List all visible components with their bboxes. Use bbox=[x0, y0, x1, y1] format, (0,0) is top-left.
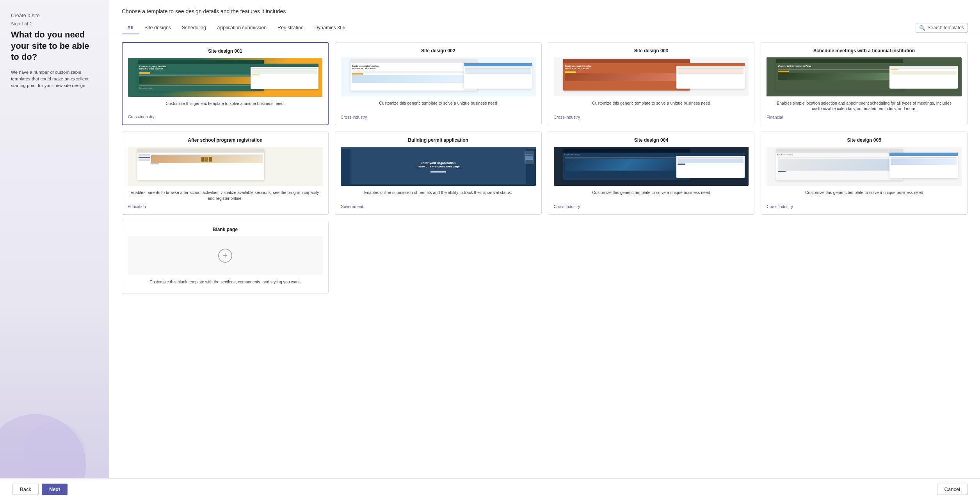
template-tag: Cross-industry bbox=[554, 115, 749, 119]
template-preview: + bbox=[128, 236, 323, 275]
template-card-schedule-meetings[interactable]: Schedule meetings with a financial insti… bbox=[761, 42, 968, 125]
main-content: Choose a template to see design details … bbox=[109, 0, 980, 500]
template-card-title: Site design 001 bbox=[128, 48, 322, 54]
search-box[interactable]: 🔍 Search templates bbox=[916, 23, 968, 33]
template-card-site-design-004[interactable]: Site design 004 Introduction section bbox=[548, 132, 755, 215]
tabs-row: All Site designs Scheduling Application … bbox=[109, 22, 980, 34]
template-preview: Welcome to Green Institution Portal bbox=[767, 57, 962, 96]
template-card-site-design-003[interactable]: Site design 003 Create an engaging headl… bbox=[548, 42, 755, 125]
tab-scheduling[interactable]: Scheduling bbox=[176, 22, 212, 34]
template-description: Customize this generic template to solve… bbox=[128, 101, 322, 111]
template-description: Customize this generic template to solve… bbox=[554, 190, 749, 201]
template-tag: Financial bbox=[767, 115, 962, 119]
template-tag: Education bbox=[128, 204, 323, 209]
template-description: Customize this generic template to solve… bbox=[554, 100, 749, 112]
template-card-after-school[interactable]: After school program registration bbox=[122, 132, 329, 215]
template-description: Enables simple location selection and ap… bbox=[767, 100, 962, 112]
template-tag: Cross-industry bbox=[554, 204, 749, 209]
template-card-blank-page[interactable]: Blank page + Customize this blank templa… bbox=[122, 221, 329, 294]
sidebar-description: We have a number of customizable templat… bbox=[11, 69, 98, 89]
templates-grid: Site design 001 Create an engaging headl… bbox=[122, 42, 968, 294]
next-button[interactable]: Next bbox=[42, 484, 68, 495]
main-header-title: Choose a template to see design details … bbox=[122, 8, 968, 16]
template-card-title: Building permit application bbox=[341, 137, 536, 143]
template-card-title: Site design 004 bbox=[554, 137, 749, 143]
template-preview: Introduction section bbox=[767, 147, 962, 186]
tab-registration[interactable]: Registration bbox=[272, 22, 309, 34]
template-description: Enables online submission of permits and… bbox=[341, 190, 536, 201]
tab-all[interactable]: All bbox=[122, 22, 139, 34]
template-description: Customize this generic template to solve… bbox=[341, 100, 536, 112]
main-header: Choose a template to see design details … bbox=[109, 0, 980, 22]
template-tag: Government bbox=[341, 204, 536, 209]
template-preview: Create an engaging headline,welcome, or … bbox=[554, 57, 749, 96]
template-card-title: Site design 003 bbox=[554, 48, 749, 53]
template-description: Enables parents to browse after school a… bbox=[128, 190, 323, 201]
template-preview: Create an engaging headline,welcome, or … bbox=[128, 58, 322, 97]
template-card-site-design-005[interactable]: Site design 005 Introduction section bbox=[761, 132, 968, 215]
template-preview bbox=[128, 147, 323, 186]
footer-left: Back Next bbox=[12, 484, 68, 495]
template-card-site-design-001[interactable]: Site design 001 Create an engaging headl… bbox=[122, 42, 329, 125]
template-description: Customize this generic template to solve… bbox=[767, 190, 962, 201]
blank-page-plus-icon: + bbox=[218, 249, 232, 263]
template-card-title: Site design 005 bbox=[767, 137, 962, 143]
search-icon: 🔍 bbox=[919, 25, 925, 31]
templates-area: Site design 001 Create an engaging headl… bbox=[109, 34, 980, 500]
back-button[interactable]: Back bbox=[12, 484, 39, 495]
template-tag: Cross-industry bbox=[767, 204, 962, 209]
template-preview: Enter your organizationname or a welcome… bbox=[341, 147, 536, 186]
template-card-title: Schedule meetings with a financial insti… bbox=[767, 48, 962, 53]
template-card-building-permit[interactable]: Building permit application Enter your o… bbox=[335, 132, 542, 215]
search-placeholder: Search templates bbox=[928, 25, 964, 30]
tab-application-submission[interactable]: Application submission bbox=[212, 22, 272, 34]
step-indicator: Step 1 of 2 bbox=[11, 21, 98, 26]
tab-dynamics-365[interactable]: Dynamics 365 bbox=[309, 22, 351, 34]
template-card-title: Site design 002 bbox=[341, 48, 536, 53]
footer: Back Next Cancel bbox=[0, 478, 980, 500]
cancel-button[interactable]: Cancel bbox=[937, 484, 968, 495]
app-title: Create a site bbox=[11, 12, 98, 18]
sidebar-decoration2 bbox=[23, 422, 86, 484]
template-card-title: After school program registration bbox=[128, 137, 323, 143]
template-card-site-design-002[interactable]: Site design 002 Create an engaging headl… bbox=[335, 42, 542, 125]
template-tag: Cross-industry bbox=[128, 114, 322, 119]
template-preview: Introduction section bbox=[554, 147, 749, 186]
template-preview: Create an engaging headline,welcome, or … bbox=[341, 57, 536, 96]
sidebar: Create a site Step 1 of 2 What do you ne… bbox=[0, 0, 109, 500]
sidebar-heading: What do you need your site to be able to… bbox=[11, 29, 98, 63]
tab-site-designs[interactable]: Site designs bbox=[139, 22, 176, 34]
template-card-title: Blank page bbox=[128, 227, 323, 232]
template-tag: Cross-industry bbox=[341, 115, 536, 119]
template-description: Customize this blank template with the s… bbox=[128, 279, 323, 285]
